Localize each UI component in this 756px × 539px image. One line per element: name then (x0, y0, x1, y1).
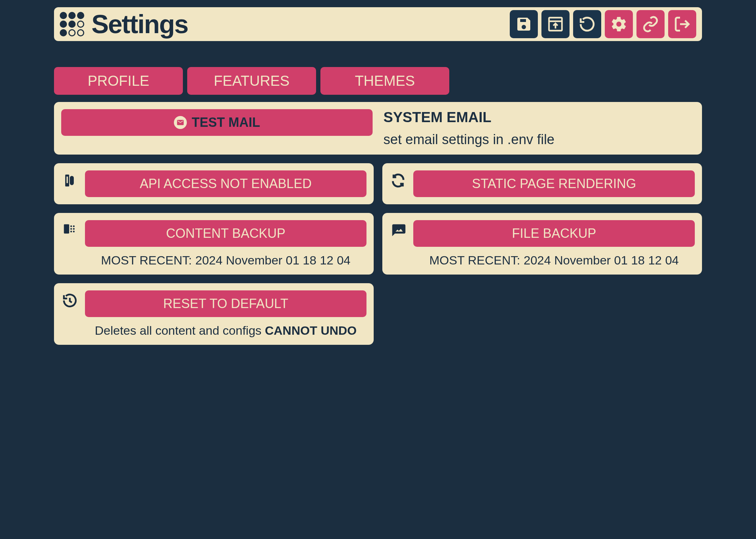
system-email-heading: SYSTEM EMAIL (383, 109, 695, 125)
content-backup-button[interactable]: CONTENT BACKUP (85, 220, 366, 247)
tab-profile[interactable]: PROFILE (54, 67, 183, 95)
content-backup-label: CONTENT BACKUP (166, 226, 285, 241)
link-icon (642, 15, 659, 33)
card-file-backup: FILE BACKUP MOST RECENT: 2024 November 0… (382, 213, 702, 275)
file-backup-caption: MOST RECENT: 2024 November 01 18 12 04 (413, 253, 695, 267)
static-rendering-label: STATIC PAGE RENDERING (472, 176, 636, 191)
svg-point-5 (73, 228, 75, 230)
system-email-subtext: set email settings in .env file (383, 132, 695, 147)
card-content-backup: CONTENT BACKUP MOST RECENT: 2024 Novembe… (54, 213, 374, 275)
logout-icon (674, 15, 691, 33)
gear-icon (610, 15, 627, 33)
tab-themes[interactable]: THEMES (320, 67, 449, 95)
page-title: Settings (91, 9, 503, 39)
app-logo (60, 12, 84, 36)
svg-point-7 (73, 231, 75, 232)
link-button[interactable] (636, 10, 665, 38)
restore-button[interactable] (573, 10, 601, 38)
toolbar (510, 10, 696, 38)
api-access-label: API ACCESS NOT ENABLED (140, 176, 312, 191)
tabs: PROFILE FEATURES THEMES (54, 67, 702, 95)
svg-point-3 (73, 226, 75, 227)
content-backup-icon (61, 222, 78, 238)
svg-point-2 (70, 226, 72, 227)
svg-point-6 (70, 231, 72, 232)
upload-button[interactable] (541, 10, 570, 38)
api-icon (61, 173, 78, 188)
card-api-access: API ACCESS NOT ENABLED (54, 163, 374, 204)
logout-button[interactable] (668, 10, 696, 38)
card-reset: RESET TO DEFAULT Deletes all content and… (54, 283, 374, 345)
svg-point-4 (70, 228, 72, 230)
test-mail-button[interactable]: TEST MAIL (61, 109, 373, 136)
refresh-icon (390, 173, 407, 188)
api-access-button[interactable]: API ACCESS NOT ENABLED (85, 170, 366, 197)
save-icon (515, 15, 532, 33)
file-backup-label: FILE BACKUP (512, 226, 596, 241)
tab-features[interactable]: FEATURES (187, 67, 316, 95)
svg-rect-1 (64, 224, 69, 234)
restore-icon (579, 15, 596, 33)
save-button[interactable] (510, 10, 538, 38)
history-icon (61, 293, 78, 308)
settings-button[interactable] (605, 10, 633, 38)
upload-icon (547, 15, 564, 33)
file-backup-icon (390, 222, 407, 238)
content-backup-caption: MOST RECENT: 2024 November 01 18 12 04 (85, 253, 366, 267)
reset-label: RESET TO DEFAULT (163, 296, 288, 311)
reset-button[interactable]: RESET TO DEFAULT (85, 290, 366, 317)
mail-icon (174, 116, 187, 129)
card-system-email: TEST MAIL SYSTEM EMAIL set email setting… (54, 102, 702, 155)
card-static-rendering: STATIC PAGE RENDERING (382, 163, 702, 204)
static-rendering-button[interactable]: STATIC PAGE RENDERING (413, 170, 695, 197)
file-backup-button[interactable]: FILE BACKUP (413, 220, 695, 247)
reset-caption: Deletes all content and configs CANNOT U… (85, 324, 366, 338)
top-bar: Settings (54, 7, 702, 41)
test-mail-label: TEST MAIL (192, 115, 260, 130)
